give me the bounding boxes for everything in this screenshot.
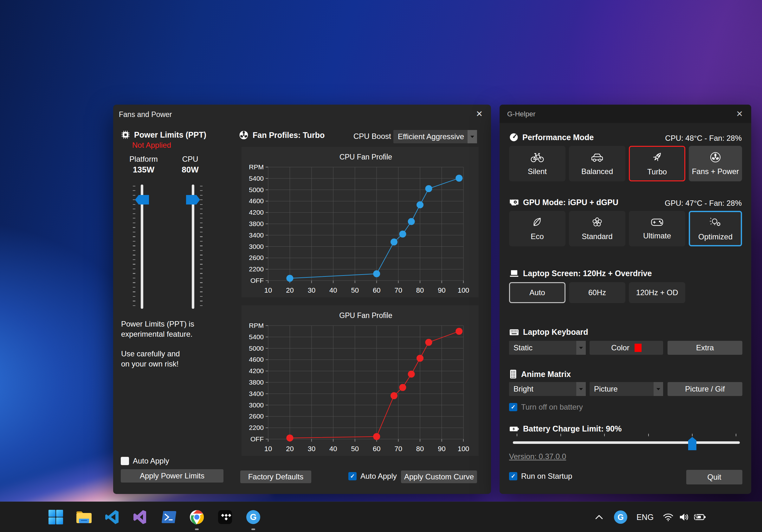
fan-icon — [239, 130, 249, 140]
ghelper-logo: G — [246, 510, 260, 524]
taskbar-icon-powershell[interactable] — [159, 507, 179, 527]
quit-button[interactable]: Quit — [686, 470, 742, 485]
cpu-boost-value: Efficient Aggressive — [398, 132, 464, 141]
taskbar-icon-vscode[interactable] — [102, 507, 122, 527]
apply-power-limits-button[interactable]: Apply Power Limits — [121, 469, 223, 483]
version-link[interactable]: Version: 0.37.0.0 — [509, 452, 566, 461]
tray-battery-charging-icon[interactable] — [691, 507, 709, 527]
dropdown-arrow-icon[interactable] — [468, 130, 477, 143]
anime-brightness-dropdown[interactable]: Bright — [509, 382, 586, 396]
turn-off-on-battery-row: Turn off on battery — [509, 403, 583, 412]
svg-text:80: 80 — [416, 445, 424, 453]
cpu-boost-dropdown[interactable]: Efficient Aggressive — [393, 130, 477, 143]
gpu-button-standard[interactable]: Standard — [569, 211, 625, 246]
factory-defaults-button[interactable]: Factory Defaults — [240, 471, 311, 483]
tray-volume-icon[interactable] — [675, 507, 693, 527]
color-swatch — [635, 344, 642, 352]
run-on-startup-label: Run on Startup — [521, 472, 572, 481]
svg-text:90: 90 — [438, 286, 445, 294]
svg-text:4600: 4600 — [249, 356, 264, 363]
battery-slider[interactable] — [513, 441, 740, 444]
keyboard-extra-button[interactable]: Extra — [667, 341, 742, 355]
auto-apply-power-label: Auto Apply — [133, 457, 169, 465]
laptop-screen-title: Laptop Screen: 120Hz + Overdrive — [523, 269, 652, 278]
svg-text:30: 30 — [308, 286, 315, 294]
power-limits-heading: Power Limits (PPT) — [121, 130, 206, 139]
apply-custom-curve-button[interactable]: Apply Custom Curve — [401, 471, 477, 483]
svg-text:10: 10 — [265, 286, 272, 294]
svg-text:2600: 2600 — [249, 413, 264, 420]
gpu-button-optimized[interactable]: Optimized — [689, 211, 742, 246]
auto-apply-power-row: Auto Apply — [121, 457, 169, 465]
svg-text:CPU Fan Profile: CPU Fan Profile — [340, 153, 392, 161]
screen-button-60hz[interactable]: 60Hz — [569, 282, 625, 303]
window-title: G-Helper — [507, 110, 535, 118]
auto-apply-power-checkbox[interactable] — [121, 457, 129, 465]
taskbar-icon-file-explorer[interactable] — [74, 507, 94, 527]
dropdown-arrow-icon[interactable] — [653, 382, 663, 396]
cpu-label: CPU — [168, 155, 212, 164]
cpu-temp-status: CPU: 48°C - Fan: 28% — [665, 134, 742, 143]
gpu-fan-profile-chart[interactable]: RPM540050004600420038003400300026002200O… — [242, 305, 479, 456]
svg-text:3800: 3800 — [249, 379, 264, 386]
mode-button-fans-power[interactable]: Fans + Power — [689, 146, 742, 181]
tray-language-label[interactable]: ENG — [634, 507, 656, 527]
running-indicator-chrome — [195, 528, 199, 530]
tray-chevron-up-icon[interactable] — [590, 507, 608, 527]
auto-apply-curve-checkbox[interactable] — [348, 472, 356, 480]
taskbar-icon-ghelper[interactable]: G — [243, 507, 264, 527]
svg-text:5000: 5000 — [249, 344, 264, 352]
taskbar-icon-visual-studio[interactable] — [130, 507, 151, 527]
tray-wifi-icon[interactable] — [659, 507, 677, 527]
platform-slider-thumb[interactable] — [135, 195, 149, 204]
cpu-slider-thumb[interactable] — [186, 195, 200, 204]
battery-slider-thumb[interactable] — [688, 437, 696, 450]
laptop-icon — [509, 269, 519, 278]
turn-off-on-battery-checkbox[interactable] — [509, 403, 517, 411]
keyboard-color-button[interactable]: Color — [589, 341, 663, 355]
cpu-fan-profile-chart[interactable]: RPM540050004600420038003400300026002200O… — [242, 147, 479, 297]
screen-button-120hz-od[interactable]: 120Hz + OD — [629, 282, 685, 303]
platform-slider-ticks — [133, 186, 135, 308]
svg-text:3000: 3000 — [249, 401, 264, 409]
fan-profiles-title: Fan Profiles: Turbo — [253, 131, 325, 140]
screen-button-auto[interactable]: Auto — [509, 282, 566, 303]
rocket-icon — [651, 151, 663, 164]
gpu-temp-status: GPU: 47°C - Fan: 28% — [665, 199, 742, 208]
run-on-startup-checkbox[interactable] — [509, 472, 517, 480]
dot-matrix-icon — [509, 369, 517, 379]
keyboard-mode-dropdown[interactable]: Static — [509, 341, 586, 355]
auto-apply-curve-row: Auto Apply — [348, 472, 397, 481]
mode-button-silent[interactable]: Silent — [509, 146, 566, 181]
svg-text:3400: 3400 — [249, 390, 264, 397]
anime-picture-gif-button[interactable]: Picture / Gif — [667, 382, 742, 396]
cpu-value: 80W — [168, 165, 212, 175]
dropdown-arrow-icon[interactable] — [576, 382, 586, 396]
svg-text:GPU Fan Profile: GPU Fan Profile — [339, 311, 392, 320]
mode-button-balanced[interactable]: Balanced — [569, 146, 625, 181]
gpu-mode-title: GPU Mode: iGPU + dGPU — [523, 198, 618, 207]
mode-button-turbo[interactable]: Turbo — [629, 146, 685, 181]
auto-apply-curve-label: Auto Apply — [360, 472, 397, 481]
power-limits-note-2: Use carefully and on your own risk! — [121, 349, 180, 369]
running-indicator-ghelper — [251, 528, 255, 530]
gpu-button-eco[interactable]: Eco — [509, 211, 566, 246]
performance-mode-title: Performance Mode — [522, 133, 594, 142]
close-icon[interactable]: ✕ — [736, 109, 743, 118]
taskbar-icon-tidal[interactable] — [215, 507, 235, 527]
svg-text:5400: 5400 — [249, 175, 264, 182]
gpu-button-ultimate[interactable]: Ultimate — [629, 211, 685, 246]
svg-text:100: 100 — [458, 445, 469, 453]
gamepad-icon — [650, 217, 664, 228]
taskbar-icon-chrome[interactable] — [187, 507, 207, 527]
close-icon[interactable]: ✕ — [476, 109, 483, 118]
power-limits-status: Not Applied — [132, 141, 171, 150]
anime-matrix-heading: Anime Matrix — [509, 369, 571, 379]
svg-text:60: 60 — [373, 286, 380, 294]
svg-text:90: 90 — [438, 445, 445, 453]
ghelper-window: G-Helper ✕ Performance Mode CPU: 48°C - … — [499, 105, 751, 494]
anime-mode-dropdown[interactable]: Picture — [589, 382, 663, 396]
tray-ghelper-icon[interactable]: G — [612, 507, 630, 527]
dropdown-arrow-icon[interactable] — [576, 341, 586, 355]
taskbar-icon-start[interactable] — [46, 507, 66, 527]
